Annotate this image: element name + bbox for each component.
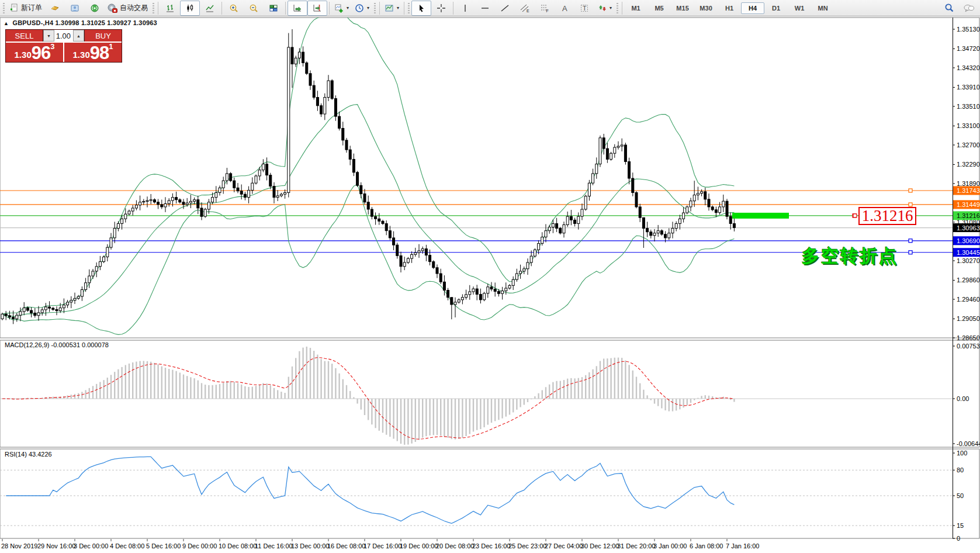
zoom-out-button[interactable] xyxy=(244,1,264,16)
date-label: 16 Dec 08:00 xyxy=(327,542,365,549)
tab-timeframe-M5[interactable]: M5 xyxy=(647,2,671,14)
line-handle[interactable] xyxy=(909,203,912,206)
highlight-segment[interactable] xyxy=(732,213,789,219)
svg-text:F: F xyxy=(546,9,549,13)
macd-axis-label: 0.007538 xyxy=(957,343,980,350)
line-chart-icon xyxy=(205,4,214,13)
metaeditor-icon xyxy=(70,4,79,13)
chart-shift-button[interactable] xyxy=(307,1,327,16)
buy-price-button[interactable]: 1.30981 xyxy=(64,43,122,62)
line-chart-type-button[interactable] xyxy=(200,1,220,16)
line-handle[interactable] xyxy=(909,251,912,254)
terminal-icon xyxy=(50,4,60,13)
date-label: 28 Nov 2019 xyxy=(1,542,37,549)
cursor-icon xyxy=(417,4,426,13)
equidistant-channel-button[interactable]: E xyxy=(515,1,535,16)
sell-price-button[interactable]: 1.30963 xyxy=(6,43,63,62)
new-order-button[interactable]: 新订单 xyxy=(6,1,45,16)
sell-button[interactable]: SELL xyxy=(6,30,43,42)
crosshair-button[interactable] xyxy=(431,1,451,16)
toolbar-grip xyxy=(152,2,155,14)
sell-price-sup: 3 xyxy=(50,43,54,51)
line-handle[interactable] xyxy=(909,189,912,192)
toolbar-separator xyxy=(379,2,380,15)
price-tick-label: 1.35130 xyxy=(957,26,980,33)
one-click-trade-panel: SELL ▼ 1.00 ▲ BUY 1.30963 1.30981 xyxy=(5,29,122,63)
zoom-in-button[interactable] xyxy=(224,1,244,16)
tab-timeframe-H1[interactable]: H1 xyxy=(718,2,741,14)
tab-timeframe-H4[interactable]: H4 xyxy=(741,2,764,14)
date-label: 20 Dec 08:00 xyxy=(436,542,474,549)
tab-timeframe-D1[interactable]: D1 xyxy=(764,2,788,14)
chart-canvas[interactable]: 1.351301.347201.343201.339101.335101.331… xyxy=(0,16,980,553)
price-tick-label: 1.32700 xyxy=(957,141,980,148)
callout-anchor[interactable] xyxy=(853,214,857,217)
zoom-in-icon xyxy=(229,4,238,13)
price-badge-label: 1.30963 xyxy=(957,224,980,231)
price-badge-label: 1.31743 xyxy=(957,187,980,194)
buy-button[interactable]: BUY xyxy=(85,30,122,42)
channel-icon: E xyxy=(520,4,529,13)
tab-timeframe-M15[interactable]: M15 xyxy=(671,2,694,14)
terminal-button[interactable] xyxy=(45,1,65,16)
metaeditor-button[interactable] xyxy=(65,1,85,16)
tab-timeframe-W1[interactable]: W1 xyxy=(788,2,811,14)
toolbar-separator xyxy=(453,2,453,15)
fibonacci-button[interactable]: F xyxy=(535,1,555,16)
macd-axis-label: -0.006446 xyxy=(957,440,980,447)
text-label-icon: T xyxy=(580,4,589,13)
date-label: 6 Jan 08:00 xyxy=(690,542,723,549)
collapse-panel-icon[interactable]: ▲ xyxy=(4,20,9,26)
zoom-out-icon xyxy=(249,4,258,13)
auto-trading-button[interactable]: 自动交易 xyxy=(105,1,151,16)
bar-chart-type-button[interactable] xyxy=(160,1,180,16)
signals-icon xyxy=(90,4,99,13)
search-button[interactable] xyxy=(939,1,959,16)
chat-button[interactable] xyxy=(959,1,979,16)
toolbar-separator xyxy=(221,2,222,15)
trade-panel-price-row: 1.30963 1.30981 xyxy=(6,42,122,62)
new-order-label: 新订单 xyxy=(21,3,42,13)
indicators-button[interactable]: ▾ xyxy=(331,1,352,16)
line-handle[interactable] xyxy=(909,239,912,243)
tab-timeframe-M1[interactable]: M1 xyxy=(624,2,647,14)
trendline-button[interactable] xyxy=(495,1,515,16)
price-badge-label: 1.30445 xyxy=(957,249,980,256)
chinese-annotation[interactable]: 多空转折点 xyxy=(802,244,898,268)
tab-timeframe-MN[interactable]: MN xyxy=(811,2,834,14)
text-button[interactable]: A xyxy=(555,1,574,16)
templates-button[interactable]: ▾ xyxy=(382,1,402,16)
cursor-button[interactable] xyxy=(411,1,431,16)
signals-button[interactable] xyxy=(85,1,105,16)
volume-decrease-button[interactable]: ▼ xyxy=(43,30,54,42)
price-tick-label: 1.31890 xyxy=(957,180,980,187)
periods-button[interactable]: ▾ xyxy=(352,1,372,16)
price-annotation-box[interactable]: 1.31216 xyxy=(858,207,916,225)
templates-icon xyxy=(385,4,394,13)
tile-windows-button[interactable] xyxy=(264,1,283,16)
horizontal-line-button[interactable] xyxy=(475,1,495,16)
date-label: 3 Dec 00:00 xyxy=(74,542,108,549)
chart-shift-icon xyxy=(313,4,322,13)
volume-increase-button[interactable]: ▲ xyxy=(73,30,84,42)
new-order-icon xyxy=(9,4,19,13)
volume-input[interactable]: 1.00 xyxy=(54,30,73,42)
tab-timeframe-M30[interactable]: M30 xyxy=(694,2,718,14)
candle-chart-type-button[interactable] xyxy=(180,1,200,16)
toolbar-grip xyxy=(2,2,5,14)
trade-panel-top-row: SELL ▼ 1.00 ▲ BUY xyxy=(6,30,122,42)
buy-price-sup: 1 xyxy=(109,43,113,51)
trendline-icon xyxy=(500,4,510,13)
vertical-line-icon xyxy=(460,4,470,13)
vertical-line-button[interactable] xyxy=(455,1,475,16)
rsi-axis-label: 100 xyxy=(957,450,967,457)
symbol-name: GBPUSD-,H4 xyxy=(12,19,53,26)
toolbar-grip xyxy=(373,2,376,14)
toolbar-separator xyxy=(158,2,158,15)
toolbar-separator xyxy=(622,2,622,15)
sell-price-small: 1.30 xyxy=(15,49,32,61)
arrows-button[interactable]: ▾ xyxy=(594,1,615,16)
auto-scroll-button[interactable] xyxy=(288,1,307,16)
date-label: 29 Nov 16:00 xyxy=(37,542,75,549)
text-label-button[interactable]: T xyxy=(574,1,594,16)
